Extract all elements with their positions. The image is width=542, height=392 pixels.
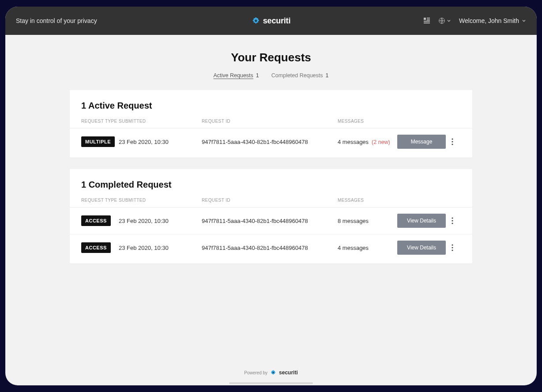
svg-point-9: [452, 143, 453, 145]
app-header: Stay in control of your privacy securiti: [5, 7, 537, 35]
more-options-icon[interactable]: [446, 244, 459, 251]
panel-title: 1 Completed Request: [70, 169, 472, 198]
message-count: 4 messages: [338, 245, 369, 251]
tab-label: Active Requests: [214, 72, 253, 79]
svg-rect-5: [424, 23, 430, 23]
welcome-text: Welcome, John Smith: [459, 17, 519, 24]
svg-point-7: [452, 138, 453, 139]
tab-count: 1: [326, 72, 329, 79]
table-row: ACCESS 23 Feb 2020, 10:30 947f7811-5aaa-…: [70, 234, 472, 261]
request-id-cell: 947f7811-5aaa-4340-82b1-fbc448960478: [202, 139, 338, 145]
request-type-badge: ACCESS: [81, 242, 111, 253]
securiti-logo-icon: [270, 369, 276, 376]
svg-point-13: [452, 244, 453, 245]
page-body: Your Requests Active Requests 1 Complete…: [5, 35, 537, 264]
svg-point-11: [452, 220, 453, 221]
tab-count: 1: [256, 72, 259, 79]
col-messages: MESSAGES: [338, 198, 397, 203]
view-details-button[interactable]: View Details: [397, 241, 446, 255]
table-row: MULTIPLE 23 Feb 2020, 10:30 947f7811-5aa…: [70, 128, 472, 155]
svg-point-10: [452, 217, 453, 219]
messages-cell: 4 messages (2 new): [338, 139, 397, 145]
new-message-count: (2 new): [372, 139, 390, 145]
svg-point-0: [255, 19, 257, 22]
messages-cell: 4 messages: [338, 245, 397, 251]
header-tagline: Stay in control of your privacy: [16, 17, 97, 24]
page-title: Your Requests: [5, 51, 537, 64]
footer: Powered by securiti: [5, 369, 537, 376]
language-globe-icon[interactable]: [438, 17, 451, 24]
chevron-down-icon: [522, 19, 526, 23]
more-options-icon[interactable]: [446, 138, 459, 145]
table-header: REQUEST TYPE SUBMITTED REQUEST ID MESSAG…: [70, 198, 472, 207]
view-details-button[interactable]: View Details: [397, 214, 446, 228]
footer-prefix: Powered by: [244, 370, 267, 375]
header-right: Welcome, John Smith: [423, 17, 526, 24]
messages-cell: 8 messages: [338, 218, 397, 224]
apps-grid-icon[interactable]: [423, 17, 430, 24]
brand-name: securiti: [263, 16, 290, 26]
col-request-id: REQUEST ID: [202, 198, 338, 203]
request-type-badge: ACCESS: [81, 215, 111, 226]
brand-logo[interactable]: securiti: [252, 16, 290, 26]
message-button[interactable]: Message: [397, 135, 446, 149]
completed-requests-panel: 1 Completed Request REQUEST TYPE SUBMITT…: [70, 169, 472, 264]
footer-brand: securiti: [279, 369, 298, 376]
svg-rect-2: [427, 18, 430, 19]
tab-completed-requests[interactable]: Completed Requests 1: [271, 72, 329, 79]
tab-label: Completed Requests: [271, 72, 323, 79]
svg-point-8: [452, 141, 453, 142]
svg-point-16: [272, 372, 274, 373]
submitted-cell: 23 Feb 2020, 10:30: [119, 218, 202, 224]
message-count: 8 messages: [338, 218, 369, 224]
table-row: ACCESS 23 Feb 2020, 10:30 947f7811-5aaa-…: [70, 207, 472, 234]
svg-point-15: [452, 249, 453, 251]
tab-active-requests[interactable]: Active Requests 1: [214, 72, 259, 79]
col-submitted: SUBMITTED: [119, 198, 202, 203]
request-tabs: Active Requests 1 Completed Requests 1: [5, 72, 537, 79]
table-header: REQUEST TYPE SUBMITTED REQUEST ID MESSAG…: [70, 119, 472, 128]
user-menu[interactable]: Welcome, John Smith: [459, 17, 526, 24]
col-submitted: SUBMITTED: [119, 119, 202, 124]
submitted-cell: 23 Feb 2020, 10:30: [119, 245, 202, 251]
svg-point-14: [452, 247, 453, 248]
request-id-cell: 947f7811-5aaa-4340-82b1-fbc448960478: [202, 218, 338, 224]
request-type-badge: MULTIPLE: [81, 136, 115, 147]
col-request-type: REQUEST TYPE: [81, 119, 119, 124]
panel-title: 1 Active Request: [70, 90, 472, 119]
col-messages: MESSAGES: [338, 119, 397, 124]
submitted-cell: 23 Feb 2020, 10:30: [119, 139, 202, 145]
securiti-logo-icon: [252, 16, 260, 25]
svg-rect-3: [427, 19, 430, 20]
home-indicator: [229, 382, 313, 384]
request-id-cell: 947f7811-5aaa-4340-82b1-fbc448960478: [202, 245, 338, 251]
active-requests-panel: 1 Active Request REQUEST TYPE SUBMITTED …: [70, 90, 472, 158]
col-request-type: REQUEST TYPE: [81, 198, 119, 203]
svg-point-12: [452, 222, 453, 224]
device-frame: Stay in control of your privacy securiti: [5, 7, 537, 385]
message-count: 4 messages: [338, 139, 369, 145]
svg-rect-1: [424, 18, 426, 20]
more-options-icon[interactable]: [446, 217, 459, 224]
col-request-id: REQUEST ID: [202, 119, 338, 124]
svg-rect-4: [424, 21, 430, 22]
